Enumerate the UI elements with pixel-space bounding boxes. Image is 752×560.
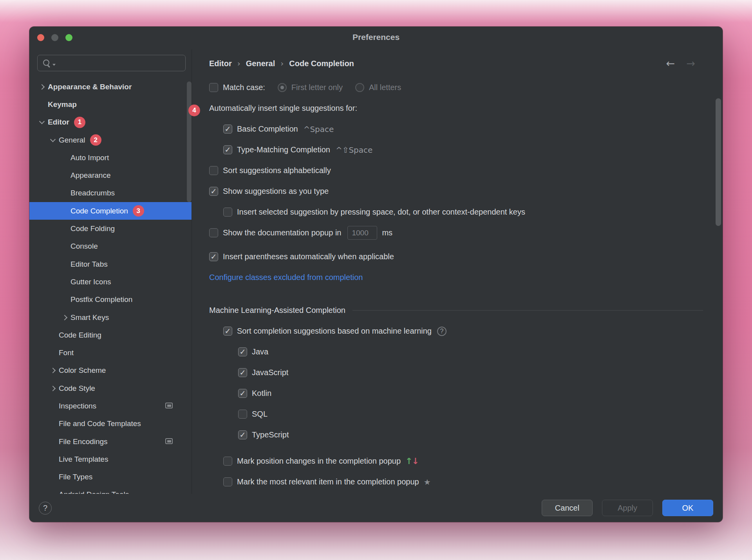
type-matching-checkbox[interactable] xyxy=(223,145,232,154)
doc-popup-label: Show the documentation popup in xyxy=(223,228,341,237)
chevron-icon[interactable] xyxy=(60,260,70,268)
match-case-checkbox[interactable] xyxy=(209,83,218,92)
sidebar-item-label: Code Folding xyxy=(70,224,115,233)
cancel-button[interactable]: Cancel xyxy=(542,500,593,516)
sidebar-item[interactable]: Editor 1 xyxy=(29,114,192,131)
mark-relevant-row: Mark the most relevant item in the compl… xyxy=(209,471,703,492)
configure-excluded-link[interactable]: Configure classes excluded from completi… xyxy=(209,273,363,282)
sidebar-item[interactable]: Live Templates xyxy=(29,450,192,468)
language-checkbox[interactable] xyxy=(238,389,247,398)
sidebar-item[interactable]: Inspections xyxy=(29,397,192,415)
doc-popup-delay-field[interactable] xyxy=(347,226,377,240)
help-icon[interactable]: ? xyxy=(437,327,446,336)
chevron-icon[interactable] xyxy=(37,101,48,108)
sidebar-item[interactable]: Breadcrumbs xyxy=(29,184,192,202)
chevron-icon[interactable] xyxy=(60,172,70,179)
chevron-icon[interactable] xyxy=(48,473,59,481)
chevron-icon[interactable] xyxy=(48,367,59,374)
sidebar-item[interactable]: File Encodings xyxy=(29,433,192,450)
language-checkbox[interactable] xyxy=(238,430,247,439)
show-suggestions-checkbox[interactable] xyxy=(209,187,218,196)
sidebar-item[interactable]: Editor Tabs xyxy=(29,255,192,273)
sidebar-item[interactable]: General 2 xyxy=(29,131,192,149)
chevron-icon[interactable] xyxy=(60,314,70,322)
window-title: Preferences xyxy=(29,33,723,42)
chevron-icon[interactable] xyxy=(48,349,59,357)
sidebar-item-label: Font xyxy=(59,349,74,357)
ml-sort-checkbox[interactable] xyxy=(223,327,232,336)
language-checkbox[interactable] xyxy=(238,410,247,419)
chevron-icon[interactable] xyxy=(48,136,59,144)
first-letter-radio[interactable] xyxy=(278,83,287,92)
sidebar-item[interactable]: Appearance xyxy=(29,166,192,184)
sidebar-item[interactable]: Code Completion 3 xyxy=(29,202,192,220)
sidebar-item[interactable]: Postfix Completion xyxy=(29,291,192,309)
chevron-icon[interactable] xyxy=(48,385,59,392)
doc-popup-checkbox[interactable] xyxy=(209,228,218,237)
sidebar-item[interactable]: Code Folding xyxy=(29,220,192,237)
sidebar-item[interactable]: Gutter Icons xyxy=(29,273,192,291)
chevron-icon[interactable] xyxy=(48,402,59,410)
dialog-footer: ? Cancel Apply OK xyxy=(29,494,723,522)
content-scrollbar[interactable] xyxy=(716,98,721,226)
sidebar-item[interactable]: Code Style xyxy=(29,379,192,397)
sidebar-item[interactable]: Appearance & Behavior xyxy=(29,78,192,96)
chevron-icon[interactable] xyxy=(48,455,59,463)
sidebar-item[interactable]: Keymap xyxy=(29,96,192,113)
breadcrumb-general[interactable]: General xyxy=(246,59,275,68)
sidebar-scrollbar[interactable] xyxy=(187,81,192,202)
basic-completion-checkbox[interactable] xyxy=(223,125,232,134)
chevron-icon[interactable] xyxy=(60,154,70,162)
breadcrumb-separator: › xyxy=(280,59,284,68)
search-input[interactable] xyxy=(37,55,186,71)
configure-excluded-row: Configure classes excluded from completi… xyxy=(209,267,703,288)
mark-position-checkbox[interactable] xyxy=(223,457,232,466)
sidebar-item[interactable]: Code Editing xyxy=(29,326,192,344)
language-checkbox[interactable] xyxy=(238,347,247,356)
ok-button[interactable]: OK xyxy=(662,500,713,516)
basic-completion-label: Basic Completion xyxy=(237,125,298,134)
chevron-icon[interactable] xyxy=(48,331,59,339)
sidebar-item[interactable]: Auto Import xyxy=(29,149,192,166)
insert-parentheses-checkbox[interactable] xyxy=(209,252,218,261)
mark-relevant-checkbox[interactable] xyxy=(223,477,232,486)
chevron-icon[interactable] xyxy=(48,420,59,428)
chevron-icon[interactable] xyxy=(37,83,48,91)
back-arrow-icon[interactable]: ← xyxy=(666,55,675,72)
chevron-icon[interactable] xyxy=(60,225,70,233)
language-row: SQL xyxy=(209,404,703,425)
chevron-icon[interactable] xyxy=(60,296,70,303)
ml-section-header: Machine Learning-Assisted Completion xyxy=(209,300,703,321)
sidebar-item[interactable]: Smart Keys xyxy=(29,309,192,326)
sidebar-item[interactable]: File and Code Templates xyxy=(29,415,192,433)
mark-position-row: Mark position changes in the completion … xyxy=(209,451,703,471)
chevron-icon[interactable] xyxy=(60,278,70,286)
mark-position-label: Mark position changes in the completion … xyxy=(237,457,401,466)
chevron-icon[interactable] xyxy=(60,207,70,215)
sort-alphabetically-checkbox[interactable] xyxy=(209,166,218,175)
search-options-caret-icon[interactable] xyxy=(52,64,56,66)
sidebar-item[interactable]: Android Design Tools xyxy=(29,486,192,494)
sidebar-item-label: Inspections xyxy=(59,402,96,410)
sidebar-item-label: Keymap xyxy=(48,100,77,109)
chevron-icon[interactable] xyxy=(37,118,48,126)
type-matching-shortcut: ^⇧Space xyxy=(336,145,372,155)
insert-selected-checkbox[interactable] xyxy=(223,208,232,217)
chevron-icon[interactable] xyxy=(60,189,70,197)
all-letters-label: All letters xyxy=(369,83,401,92)
sidebar-item[interactable]: Color Scheme xyxy=(29,362,192,379)
chevron-icon[interactable] xyxy=(48,491,59,494)
down-arrow-icon: ↓ xyxy=(412,456,419,466)
show-suggestions-row: Show suggestions as you type xyxy=(209,181,703,202)
language-checkbox[interactable] xyxy=(238,368,247,377)
show-suggestions-label: Show suggestions as you type xyxy=(223,187,329,196)
chevron-icon[interactable] xyxy=(60,242,70,250)
chevron-icon[interactable] xyxy=(48,438,59,446)
breadcrumb-editor[interactable]: Editor xyxy=(209,59,232,68)
sidebar-item[interactable]: Console xyxy=(29,238,192,255)
all-letters-radio[interactable] xyxy=(355,83,364,92)
preferences-window: Preferences Appearance & Behavior Keymap… xyxy=(29,27,723,522)
sidebar-item[interactable]: File Types xyxy=(29,468,192,486)
sidebar-item[interactable]: Font xyxy=(29,344,192,361)
help-button[interactable]: ? xyxy=(39,502,52,515)
